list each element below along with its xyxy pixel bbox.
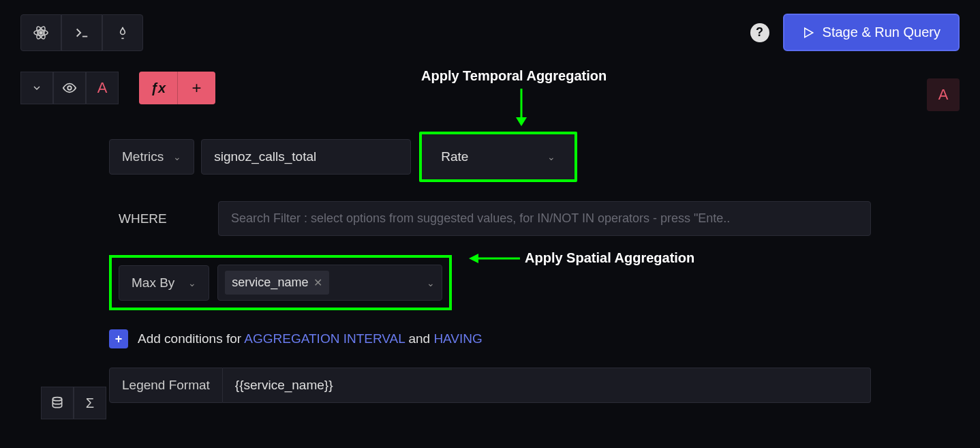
chevron-down-icon: ⌄ bbox=[547, 151, 555, 162]
svg-marker-9 bbox=[469, 254, 478, 263]
arrow-down-icon bbox=[511, 89, 532, 126]
metrics-dropdown[interactable]: Metrics ⌄ bbox=[109, 139, 194, 175]
run-button-label: Stage & Run Query bbox=[823, 25, 940, 40]
spatial-agg-value: Max By bbox=[132, 275, 174, 290]
groupby-tags-input[interactable]: service_name ✕ ⌄ bbox=[217, 265, 442, 301]
spatial-aggregation-select[interactable]: Max By ⌄ bbox=[119, 265, 209, 301]
annotation-temporal: Apply Temporal Aggregation bbox=[421, 68, 607, 84]
add-conditions-button[interactable]: + bbox=[109, 329, 128, 348]
atom-icon bbox=[33, 25, 49, 41]
chevron-down-icon: ⌄ bbox=[427, 278, 435, 288]
bottom-toolbar: Σ bbox=[41, 387, 106, 419]
metrics-row: Metrics ⌄ signoz_calls_total Rate ⌄ bbox=[109, 132, 960, 182]
legend-format-label: Legend Format bbox=[109, 368, 223, 403]
tag-label: service_name bbox=[232, 275, 308, 290]
function-add-group: ƒx + bbox=[139, 72, 215, 104]
legend-format-input[interactable]: {{service_name}} bbox=[223, 368, 871, 403]
function-button[interactable]: ƒx bbox=[139, 72, 177, 104]
aggregation-interval-link[interactable]: AGGREGATION INTERVAL bbox=[244, 331, 405, 346]
toolbar-right-group: ? Stage & Run Query bbox=[750, 14, 960, 51]
chevron-down-icon: ⌄ bbox=[188, 278, 196, 288]
collapse-button[interactable] bbox=[20, 72, 53, 104]
add-function-button[interactable]: + bbox=[177, 72, 215, 104]
chevron-down-icon: ⌄ bbox=[173, 151, 181, 162]
where-row: WHERE Search Filter : select options fro… bbox=[109, 201, 960, 236]
metrics-label: Metrics bbox=[122, 149, 164, 164]
play-icon bbox=[802, 27, 814, 39]
chevron-down-icon bbox=[31, 83, 42, 93]
having-link[interactable]: HAVING bbox=[433, 331, 482, 346]
flame-icon bbox=[116, 25, 129, 40]
svg-point-5 bbox=[52, 398, 61, 401]
terminal-icon bbox=[74, 25, 89, 40]
eye-icon bbox=[62, 80, 77, 95]
stage-run-query-button[interactable]: Stage & Run Query bbox=[783, 14, 960, 51]
annotation-spatial: Apply Spatial Aggregation bbox=[525, 250, 694, 266]
database-icon-button[interactable] bbox=[41, 387, 74, 419]
conditions-row: + Add conditions for AGGREGATION INTERVA… bbox=[109, 329, 960, 348]
conditions-mid: and bbox=[408, 331, 433, 346]
terminal-icon-button[interactable] bbox=[61, 14, 102, 51]
toolbar-left-group bbox=[20, 14, 143, 51]
svg-point-4 bbox=[67, 86, 72, 90]
arrow-left-icon bbox=[469, 250, 520, 267]
atom-icon-button[interactable] bbox=[20, 14, 61, 51]
conditions-text: Add conditions for AGGREGATION INTERVAL … bbox=[138, 331, 483, 346]
temporal-aggregation-select[interactable]: Rate ⌄ bbox=[419, 132, 577, 182]
flame-icon-button[interactable] bbox=[102, 14, 143, 51]
svg-point-0 bbox=[40, 31, 42, 34]
query-builder: A ƒx + Metrics ⌄ signoz_calls_total Rate… bbox=[20, 72, 960, 403]
where-label: WHERE bbox=[109, 211, 218, 226]
database-icon bbox=[50, 396, 64, 410]
remove-tag-icon[interactable]: ✕ bbox=[313, 276, 322, 289]
groupby-tag-chip: service_name ✕ bbox=[225, 271, 329, 295]
metric-name-input[interactable]: signoz_calls_total bbox=[201, 139, 411, 175]
visibility-toggle[interactable] bbox=[53, 72, 86, 104]
top-toolbar: ? Stage & Run Query bbox=[0, 0, 980, 65]
where-filter-input[interactable]: Search Filter : select options from sugg… bbox=[218, 201, 871, 236]
help-icon[interactable]: ? bbox=[750, 23, 769, 42]
query-letter-badge: A bbox=[86, 72, 119, 104]
spatial-aggregation-group: Max By ⌄ service_name ✕ ⌄ bbox=[109, 255, 452, 310]
sigma-icon-button[interactable]: Σ bbox=[74, 387, 106, 419]
conditions-prefix: Add conditions for bbox=[138, 331, 244, 346]
temporal-agg-value: Rate bbox=[441, 149, 468, 164]
legend-row: Legend Format {{service_name}} bbox=[109, 368, 960, 403]
svg-marker-7 bbox=[516, 117, 527, 126]
